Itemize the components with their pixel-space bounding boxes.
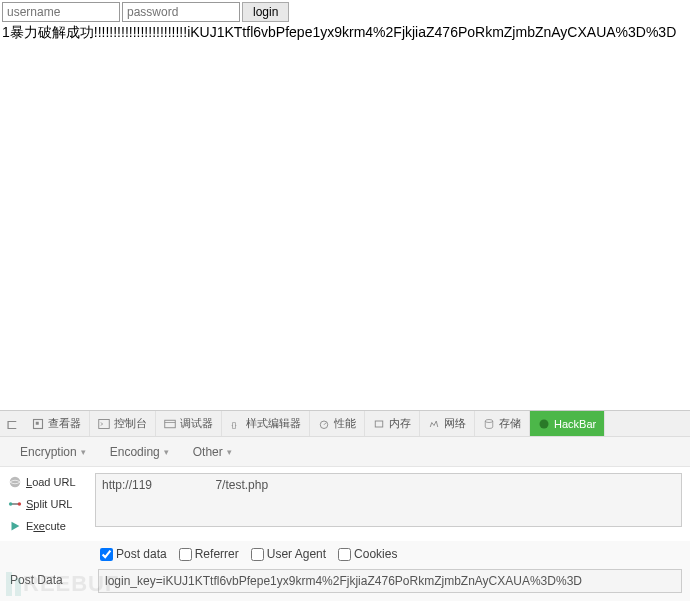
svg-line-7 — [324, 422, 326, 424]
devtools-tabs: ⊏ 查看器 控制台 调试器 {} 样式编辑器 性能 内存 网络 — [0, 411, 690, 437]
inspector-icon — [32, 418, 44, 430]
tab-label: 调试器 — [180, 416, 213, 431]
tab-performance[interactable]: 性能 — [310, 411, 365, 436]
postdata-row: Post Data — [0, 567, 690, 601]
devtools-close-icon[interactable]: ⊏ — [0, 416, 24, 432]
login-button[interactable]: login — [242, 2, 289, 22]
network-icon — [428, 418, 440, 430]
svg-point-14 — [18, 502, 22, 506]
debugger-icon — [164, 418, 176, 430]
url-area — [95, 467, 690, 541]
tab-style-editor[interactable]: {} 样式编辑器 — [222, 411, 310, 436]
memory-icon — [373, 418, 385, 430]
split-url-text: plit URL — [33, 498, 72, 510]
options-row: Post data Referrer User Agent Cookies — [0, 541, 690, 567]
devtools-panel: ⊏ 查看器 控制台 调试器 {} 样式编辑器 性能 内存 网络 — [0, 410, 690, 601]
execute-button[interactable]: Execute — [8, 517, 87, 535]
svg-rect-2 — [99, 419, 110, 428]
useragent-checkbox[interactable] — [251, 548, 264, 561]
tab-label: 样式编辑器 — [246, 416, 301, 431]
username-input[interactable] — [2, 2, 120, 22]
url-input[interactable] — [95, 473, 682, 527]
referrer-checkbox-text: Referrer — [195, 547, 239, 561]
side-buttons: Load URL Split URL Execute — [0, 467, 95, 541]
login-page: login 1暴力破解成功!!!!!!!!!!!!!!!!!!!!!!!!iKU… — [0, 0, 690, 44]
load-url-icon — [8, 475, 22, 489]
svg-point-13 — [9, 502, 13, 506]
password-input[interactable] — [122, 2, 240, 22]
tab-storage[interactable]: 存储 — [475, 411, 530, 436]
cookies-checkbox-text: Cookies — [354, 547, 397, 561]
split-url-button[interactable]: Split URL — [8, 495, 87, 513]
tab-label: 内存 — [389, 416, 411, 431]
cookies-checkbox[interactable] — [338, 548, 351, 561]
style-icon: {} — [230, 418, 242, 430]
postdata-checkbox-label[interactable]: Post data — [100, 547, 167, 561]
referrer-checkbox[interactable] — [179, 548, 192, 561]
tab-inspector[interactable]: 查看器 — [24, 411, 90, 436]
useragent-checkbox-label[interactable]: User Agent — [251, 547, 326, 561]
tab-label: HackBar — [554, 418, 596, 430]
result-text: 1暴力破解成功!!!!!!!!!!!!!!!!!!!!!!!!iKUJ1KTtf… — [2, 24, 688, 42]
tab-console[interactable]: 控制台 — [90, 411, 156, 436]
execute-underline: xe — [33, 520, 45, 532]
svg-rect-1 — [36, 421, 39, 424]
useragent-checkbox-text: User Agent — [267, 547, 326, 561]
cookies-checkbox-label[interactable]: Cookies — [338, 547, 397, 561]
tab-label: 网络 — [444, 416, 466, 431]
postdata-checkbox-text: Post data — [116, 547, 167, 561]
postdata-input[interactable] — [98, 569, 682, 593]
tab-memory[interactable]: 内存 — [365, 411, 420, 436]
load-url-button[interactable]: Load URL — [8, 473, 87, 491]
svg-rect-8 — [375, 421, 383, 427]
execute-text: cute — [45, 520, 66, 532]
hackbar-main: Load URL Split URL Execute — [0, 467, 690, 541]
svg-rect-3 — [165, 420, 176, 428]
tab-debugger[interactable]: 调试器 — [156, 411, 222, 436]
tab-label: 性能 — [334, 416, 356, 431]
other-dropdown[interactable]: Other — [183, 439, 242, 465]
load-url-text: oad URL — [32, 476, 75, 488]
referrer-checkbox-label[interactable]: Referrer — [179, 547, 239, 561]
execute-icon — [8, 519, 22, 533]
svg-marker-15 — [12, 522, 20, 531]
performance-icon — [318, 418, 330, 430]
svg-text:{}: {} — [232, 420, 238, 429]
tab-label: 查看器 — [48, 416, 81, 431]
split-url-icon — [8, 497, 22, 511]
encryption-dropdown[interactable]: Encryption — [10, 439, 96, 465]
svg-point-10 — [540, 419, 549, 428]
tab-network[interactable]: 网络 — [420, 411, 475, 436]
encoding-dropdown[interactable]: Encoding — [100, 439, 179, 465]
postdata-checkbox[interactable] — [100, 548, 113, 561]
tab-label: 存储 — [499, 416, 521, 431]
tab-hackbar[interactable]: HackBar — [530, 411, 605, 436]
hackbar-toolbar: Encryption Encoding Other — [0, 437, 690, 467]
postdata-label: Post Data — [10, 569, 98, 587]
tab-label: 控制台 — [114, 416, 147, 431]
svg-point-9 — [485, 419, 493, 422]
console-icon — [98, 418, 110, 430]
storage-icon — [483, 418, 495, 430]
login-form: login — [2, 2, 688, 22]
hackbar-icon — [538, 418, 550, 430]
svg-point-11 — [10, 477, 21, 488]
